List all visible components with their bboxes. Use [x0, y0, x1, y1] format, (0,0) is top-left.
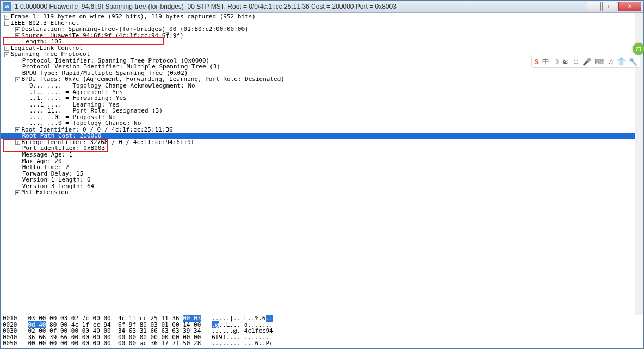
tree-row[interactable]: +Frame 1: 119 bytes on wire (952 bits), …: [1, 14, 643, 20]
tree-row[interactable]: +Source: HuaweiTe_94:6f:9f (4c:1f:cc:94:…: [1, 33, 643, 39]
hex-bytes: 00 00 00 00 00 00 00 00 00 00 ac 36 17 7…: [28, 340, 273, 347]
expand-icon[interactable]: +: [15, 140, 20, 145]
app-icon: W: [3, 2, 11, 11]
hex-row[interactable]: 0050 00 00 00 00 00 00 00 00 00 00 ac 36…: [3, 340, 641, 347]
wireshark-packet-window: W 1 0.000000 HuaweiTe_94:6f:9f Spanning-…: [0, 0, 644, 349]
expand-icon[interactable]: +: [15, 33, 20, 38]
collapse-icon[interactable]: -: [4, 21, 9, 26]
tree-row[interactable]: Hello Time: 2: [1, 164, 643, 171]
collapse-icon[interactable]: -: [4, 52, 9, 57]
tree-row[interactable]: Max Age: 20: [1, 158, 643, 165]
minimize-button[interactable]: —: [586, 2, 601, 11]
collapse-icon[interactable]: -: [15, 77, 20, 82]
ime-toolbar[interactable]: S 中 ☽ ☯ ☺ 🎤 ⌨ ♫ 👕 🔧: [531, 55, 640, 68]
side-badge[interactable]: 71: [633, 43, 644, 55]
expand-icon[interactable]: +: [4, 46, 9, 51]
yinyang-icon[interactable]: ☯: [562, 58, 569, 66]
shirt-icon[interactable]: 👕: [617, 58, 626, 66]
wrench-icon[interactable]: 🔧: [629, 58, 637, 66]
tree-row[interactable]: Length: 105: [1, 39, 643, 45]
tree-row[interactable]: Port identifier: 0x8003: [1, 145, 643, 152]
maximize-button[interactable]: □: [602, 2, 617, 11]
hex-offset: 0050: [3, 340, 17, 347]
expand-icon[interactable]: +: [15, 27, 20, 32]
window-controls: — □ ✕: [586, 2, 641, 11]
tree-row[interactable]: +Logical-Link Control: [1, 45, 643, 52]
moon-icon[interactable]: ☽: [553, 58, 559, 66]
tree-row[interactable]: +MST Extension: [1, 189, 643, 196]
tree-row[interactable]: Message Age: 1: [1, 152, 643, 158]
sogou-logo-icon[interactable]: S: [534, 58, 539, 66]
expand-icon[interactable]: +: [15, 127, 20, 132]
titlebar[interactable]: W 1 0.000000 HuaweiTe_94:6f:9f Spanning-…: [1, 1, 643, 13]
hex-dump-pane[interactable]: 0010 03 00 00 03 02 7c 00 00 4c 1f cc 25…: [1, 315, 643, 348]
window-title: 1 0.000000 HuaweiTe_94:6f:9f Spanning-tr…: [15, 3, 586, 10]
tree-row[interactable]: Forward Delay: 15: [1, 171, 643, 177]
expand-icon[interactable]: +: [4, 15, 9, 20]
tree-row[interactable]: Version 1 Length: 0: [1, 177, 643, 183]
music-icon[interactable]: ♫: [608, 58, 614, 66]
mic-icon[interactable]: 🎤: [583, 58, 591, 66]
ime-chinese-icon[interactable]: 中: [542, 57, 549, 66]
mst-extension: MST Extension: [22, 189, 69, 196]
close-button[interactable]: ✕: [618, 2, 641, 11]
keyboard-icon[interactable]: ⌨: [595, 58, 605, 66]
smiley-icon[interactable]: ☺: [572, 58, 579, 66]
tree-row[interactable]: Version 3 Length: 64: [1, 183, 643, 190]
expand-icon[interactable]: +: [15, 190, 20, 195]
